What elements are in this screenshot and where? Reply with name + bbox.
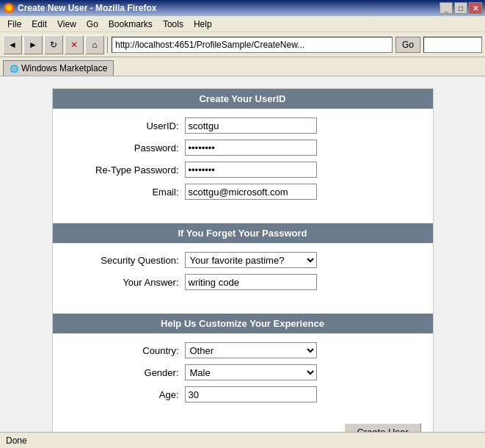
tabs-bar: 🌐 Windows Marketplace bbox=[0, 57, 485, 76]
section2-body: Security Question: Your favorite pastime… bbox=[53, 243, 433, 305]
go-button[interactable]: Go bbox=[395, 37, 420, 53]
gender-select[interactable]: Male Female bbox=[185, 364, 317, 380]
age-row: Age: bbox=[68, 386, 418, 402]
create-user-button[interactable]: Create User bbox=[344, 423, 420, 432]
toolbar: ◄ ► ↻ ✕ ⌂ Go bbox=[0, 32, 485, 57]
search-input[interactable] bbox=[423, 37, 482, 53]
menu-go[interactable]: Go bbox=[82, 18, 103, 31]
form-container: Create Your UserID UserID: Password: Re-… bbox=[52, 88, 434, 432]
age-label: Age: bbox=[68, 389, 185, 400]
section1-header: Create Your UserID bbox=[53, 89, 433, 109]
section3-header: Help Us Customize Your Experience bbox=[53, 314, 433, 333]
section3-body: Country: Other United States United King… bbox=[53, 333, 433, 417]
maximize-button[interactable]: □ bbox=[454, 2, 467, 14]
content-area: Create Your UserID UserID: Password: Re-… bbox=[0, 76, 485, 432]
reload-button[interactable]: ↻ bbox=[44, 35, 63, 54]
title-bar: Create New User - Mozilla Firefox _ □ ✕ bbox=[0, 0, 485, 16]
answer-input[interactable] bbox=[185, 274, 317, 290]
email-label: Email: bbox=[68, 187, 185, 198]
tab-windows-marketplace[interactable]: 🌐 Windows Marketplace bbox=[3, 60, 114, 76]
minimize-button[interactable]: _ bbox=[440, 2, 453, 14]
country-row: Country: Other United States United King… bbox=[68, 342, 418, 358]
status-bar: Done bbox=[0, 432, 485, 448]
svg-point-1 bbox=[6, 5, 12, 11]
country-select[interactable]: Other United States United Kingdom Canad… bbox=[185, 342, 317, 358]
menu-file[interactable]: File bbox=[3, 18, 26, 31]
section1-body: UserID: Password: Re-Type Password: Emai… bbox=[53, 109, 433, 214]
gender-label: Gender: bbox=[68, 367, 185, 378]
menu-bar: File Edit View Go Bookmarks Tools Help bbox=[0, 16, 485, 32]
firefox-icon bbox=[3, 2, 15, 14]
gender-row: Gender: Male Female bbox=[68, 364, 418, 380]
country-label: Country: bbox=[68, 345, 185, 356]
section2-header: If You Forget Your Password bbox=[53, 223, 433, 243]
password-input[interactable] bbox=[185, 140, 317, 156]
security-question-row: Security Question: Your favorite pastime… bbox=[68, 252, 418, 268]
home-button[interactable]: ⌂ bbox=[85, 35, 104, 54]
userid-label: UserID: bbox=[68, 120, 185, 131]
userid-row: UserID: bbox=[68, 118, 418, 134]
menu-tools[interactable]: Tools bbox=[158, 18, 188, 31]
button-row: Create User bbox=[53, 417, 433, 432]
password-row: Password: bbox=[68, 140, 418, 156]
window-title: Create New User - Mozilla Firefox bbox=[18, 3, 156, 13]
close-button[interactable]: ✕ bbox=[469, 2, 482, 14]
tab-icon: 🌐 bbox=[10, 65, 18, 73]
retype-label: Re-Type Password: bbox=[68, 165, 185, 176]
retype-password-row: Re-Type Password: bbox=[68, 162, 418, 178]
password-label: Password: bbox=[68, 142, 185, 153]
menu-help[interactable]: Help bbox=[189, 18, 216, 31]
forward-button[interactable]: ► bbox=[23, 35, 43, 54]
menu-view[interactable]: View bbox=[53, 18, 81, 31]
answer-row: Your Answer: bbox=[68, 274, 418, 290]
email-input[interactable] bbox=[185, 184, 317, 200]
window-controls: _ □ ✕ bbox=[440, 2, 482, 14]
answer-label: Your Answer: bbox=[68, 277, 185, 288]
age-input[interactable] bbox=[185, 386, 317, 402]
address-bar: Go bbox=[112, 37, 482, 53]
stop-button[interactable]: ✕ bbox=[65, 35, 84, 54]
retype-input[interactable] bbox=[185, 162, 317, 178]
address-input[interactable] bbox=[112, 37, 393, 53]
question-label: Security Question: bbox=[68, 255, 185, 266]
userid-input[interactable] bbox=[185, 118, 317, 134]
back-button[interactable]: ◄ bbox=[3, 35, 22, 54]
status-text: Done bbox=[6, 436, 27, 446]
security-question-select[interactable]: Your favorite pastime? Your pet's name? … bbox=[185, 252, 317, 268]
tab-label: Windows Marketplace bbox=[21, 63, 107, 73]
menu-edit[interactable]: Edit bbox=[27, 18, 51, 31]
toolbar-separator bbox=[107, 37, 109, 53]
email-row: Email: bbox=[68, 184, 418, 200]
menu-bookmarks[interactable]: Bookmarks bbox=[104, 18, 157, 31]
